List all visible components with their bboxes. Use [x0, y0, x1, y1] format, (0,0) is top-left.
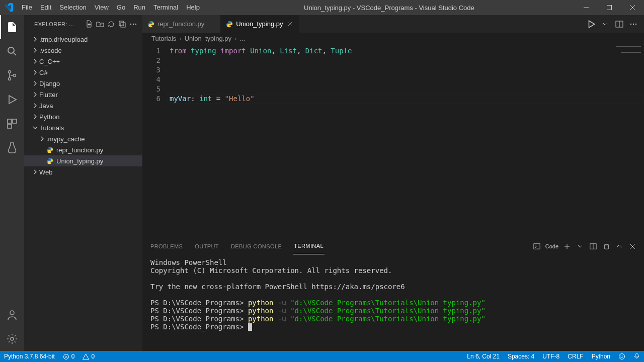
svg-point-2 [9, 71, 11, 73]
tree-item-label: .mypy_cache [46, 135, 85, 143]
maximize-button[interactable] [598, 0, 621, 15]
refresh-icon[interactable] [106, 19, 116, 29]
folder-item[interactable]: Flutter [24, 89, 142, 100]
panel-tab-debug-console[interactable]: DEBUG CONSOLE [230, 238, 283, 254]
tree-item-label: .vscode [39, 47, 62, 54]
editor-tab[interactable]: Union_typing.py [221, 15, 299, 33]
folder-item[interactable]: Python [24, 111, 142, 122]
menu-file[interactable]: File [18, 0, 36, 15]
terminal-name[interactable]: Code [545, 243, 558, 249]
svg-point-16 [630, 23, 631, 24]
status-item[interactable]: Ln 6, Col 21 [463, 353, 504, 360]
menu-terminal[interactable]: Terminal [149, 0, 182, 15]
menu-view[interactable]: View [91, 0, 113, 15]
folder-item[interactable]: Web [24, 166, 142, 177]
breadcrumbs[interactable]: Tutorials›Union_typing.py›... [142, 33, 644, 44]
close-window-button[interactable] [621, 0, 644, 15]
folder-item[interactable]: Tutorials [24, 122, 142, 133]
status-item[interactable] [629, 353, 644, 359]
activity-test[interactable] [0, 136, 24, 160]
tree-item-label: Django [39, 80, 60, 87]
menu-go[interactable]: Go [113, 0, 129, 15]
svg-point-3 [9, 78, 11, 80]
terminal-dropdown-icon[interactable] [576, 242, 585, 251]
sidebar-explorer: EXPLORER: ... .tmp.driveupload.vscodeC_C… [24, 15, 142, 351]
file-item[interactable]: repr_function.py [24, 144, 142, 155]
editor-tabs: repr_function.py Union_typing.py [142, 15, 644, 33]
kill-terminal-icon[interactable] [602, 242, 611, 251]
close-tab-icon[interactable] [286, 20, 294, 28]
menu-edit[interactable]: Edit [36, 0, 55, 15]
chevron-right-icon [38, 135, 46, 143]
file-item[interactable]: Union_typing.py [24, 155, 142, 166]
bell-icon [633, 353, 640, 359]
folder-item[interactable]: Java [24, 100, 142, 111]
python-file-icon [46, 157, 54, 164]
svg-rect-5 [8, 119, 12, 123]
svg-point-14 [135, 23, 136, 24]
minimap[interactable] [604, 44, 644, 238]
terminal-launch-icon[interactable] [532, 242, 541, 251]
panel-tab-problems[interactable]: PROBLEMS [149, 238, 184, 254]
panel-tab-output[interactable]: OUTPUT [194, 238, 220, 254]
folder-item[interactable]: C# [24, 67, 142, 78]
tree-item-label: Web [39, 168, 53, 176]
activity-settings[interactable] [0, 327, 24, 351]
activity-accounts[interactable] [0, 303, 24, 327]
tree-item-label: C_C++ [39, 58, 60, 65]
file-tree: .tmp.driveupload.vscodeC_C++C#DjangoFlut… [24, 33, 142, 351]
menu-help[interactable]: Help [182, 0, 204, 15]
split-terminal-icon[interactable] [589, 242, 598, 251]
status-item[interactable] [614, 353, 629, 360]
folder-item[interactable]: C_C++ [24, 56, 142, 67]
folder-item[interactable]: Django [24, 78, 142, 89]
more-icon[interactable] [128, 19, 138, 29]
activity-explorer[interactable] [0, 15, 24, 39]
svg-point-13 [133, 23, 134, 24]
collapse-all-icon[interactable] [117, 19, 127, 29]
breadcrumb-item[interactable]: Union_typing.py [185, 35, 231, 42]
status-item[interactable]: 0 [78, 353, 99, 360]
terminal[interactable]: Windows PowerShellCopyright (C) Microsof… [142, 254, 644, 351]
chevron-down-icon[interactable] [600, 19, 611, 30]
maximize-panel-icon[interactable] [615, 242, 624, 251]
editor-tab[interactable]: repr_function.py [142, 15, 221, 33]
folder-item[interactable]: .tmp.driveupload [24, 34, 142, 45]
svg-point-23 [620, 355, 621, 356]
activity-run-debug[interactable] [0, 87, 24, 112]
status-item[interactable]: CRLF [564, 353, 587, 360]
menu-selection[interactable]: Selection [55, 0, 90, 15]
svg-point-22 [619, 354, 625, 359]
breadcrumb-item[interactable]: Tutorials [151, 35, 176, 42]
activity-extensions[interactable] [0, 112, 24, 136]
panel-tab-terminal[interactable]: TERMINAL [293, 238, 325, 254]
python-file-icon [147, 21, 154, 28]
folder-item[interactable]: .vscode [24, 45, 142, 56]
new-folder-icon[interactable] [95, 19, 105, 29]
split-editor-icon[interactable] [614, 19, 625, 30]
menu-run[interactable]: Run [129, 0, 149, 15]
tree-item-label: Python [39, 113, 59, 121]
minimize-button[interactable] [575, 0, 598, 15]
editor-more-icon[interactable] [628, 19, 639, 30]
close-panel-icon[interactable] [628, 242, 637, 251]
tree-item-label: Flutter [39, 91, 58, 99]
tab-label: Union_typing.py [236, 20, 283, 28]
new-file-icon[interactable] [84, 19, 94, 29]
activity-source-control[interactable] [0, 63, 24, 87]
menu-bar: FileEditSelectionViewGoRunTerminalHelp [18, 0, 204, 15]
status-item[interactable]: Python [588, 353, 614, 360]
status-item[interactable]: Spaces: 4 [504, 353, 538, 360]
title-bar: FileEditSelectionViewGoRunTerminalHelp U… [0, 0, 644, 15]
breadcrumb-item[interactable]: ... [239, 35, 245, 42]
status-item[interactable]: 0 [59, 353, 79, 360]
code-editor[interactable]: from typing import Union, List, Dict, Tu… [168, 44, 644, 238]
chevron-down-icon [31, 124, 39, 132]
status-item[interactable]: Python 3.7.8 64-bit [0, 353, 59, 360]
new-terminal-icon[interactable] [562, 242, 572, 251]
activity-bar [0, 15, 24, 351]
activity-search[interactable] [0, 39, 24, 63]
run-icon[interactable] [586, 19, 597, 30]
folder-item[interactable]: .mypy_cache [24, 133, 142, 144]
status-item[interactable]: UTF-8 [538, 353, 564, 360]
